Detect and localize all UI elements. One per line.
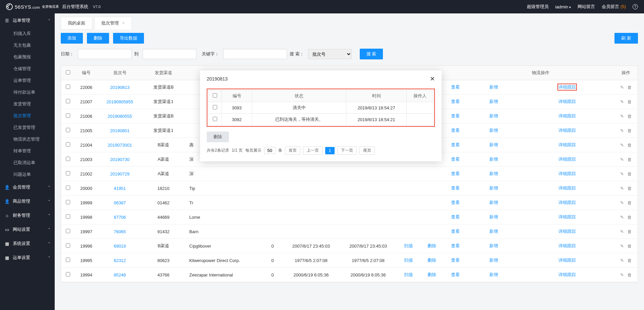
help-icon[interactable]: ?	[633, 4, 638, 9]
member-msg-link[interactable]: 会员留言 (5)	[602, 4, 626, 10]
chevron-down-icon: ▾	[569, 5, 571, 9]
role-label: 超级管理员	[527, 4, 549, 10]
site-msg-link[interactable]: 网站留言	[578, 4, 595, 10]
globe-icon	[6, 3, 13, 10]
header: 56SYS.com 全景物流通 后台管理系统 V7.0 超级管理员 iadmin…	[0, 0, 644, 13]
user-menu[interactable]: iadmin ▾	[555, 4, 571, 9]
logo: 56SYS.com 全景物流通 后台管理系统 V7.0	[6, 3, 101, 10]
